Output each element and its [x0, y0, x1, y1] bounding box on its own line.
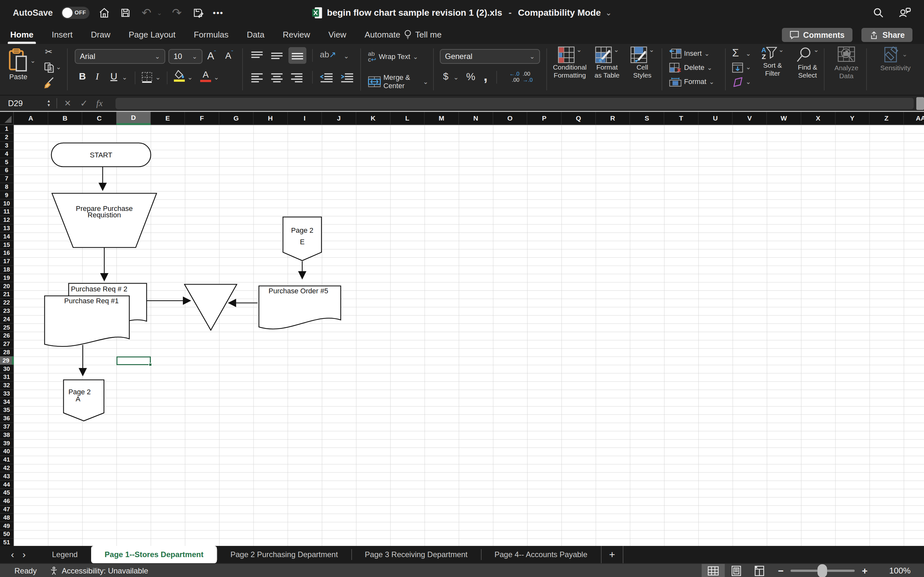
- align-left-icon[interactable]: [250, 71, 263, 83]
- format-cells-button[interactable]: Format ⌄: [669, 77, 714, 87]
- analyze-data-button[interactable]: AnalyzeData: [830, 44, 863, 95]
- column-header-E[interactable]: E: [151, 112, 185, 125]
- row-header-6[interactable]: 6: [0, 166, 14, 175]
- more-commands-icon[interactable]: •••: [213, 8, 223, 18]
- column-header-Z[interactable]: Z: [869, 112, 904, 125]
- format-as-table-button[interactable]: ⌄ Formatas Table: [590, 47, 624, 79]
- name-box-spinner[interactable]: ▲▼: [45, 97, 53, 107]
- borders-chevron-icon[interactable]: ⌄: [155, 74, 161, 81]
- fill-handle[interactable]: [149, 363, 152, 366]
- formula-input[interactable]: [115, 98, 914, 109]
- fill-color-chevron-icon[interactable]: ⌄: [187, 74, 193, 81]
- zoom-in-button[interactable]: +: [855, 566, 875, 576]
- row-header-48[interactable]: 48: [0, 514, 14, 522]
- increase-indent-icon[interactable]: [341, 71, 354, 83]
- column-header-S[interactable]: S: [630, 112, 664, 125]
- ribbon-tab-draw[interactable]: Draw: [90, 29, 111, 41]
- row-header-33[interactable]: 33: [0, 390, 14, 398]
- row-header-10[interactable]: 10: [0, 199, 14, 208]
- row-header-38[interactable]: 38: [0, 431, 14, 439]
- row-header-32[interactable]: 32: [0, 382, 14, 390]
- row-header-31[interactable]: 31: [0, 373, 14, 382]
- column-header-M[interactable]: M: [425, 112, 459, 125]
- clear-icon[interactable]: [732, 77, 744, 87]
- column-header-X[interactable]: X: [801, 112, 835, 125]
- sheet-tab-page-2-purchasing-department[interactable]: Page 2 Purchasing Department: [217, 546, 351, 563]
- row-header-42[interactable]: 42: [0, 464, 14, 472]
- font-name-select[interactable]: Arial ⌄: [75, 49, 165, 64]
- fill-color-icon[interactable]: [174, 69, 186, 82]
- row-header-23[interactable]: 23: [0, 307, 14, 316]
- row-header-30[interactable]: 30: [0, 365, 14, 373]
- autosave-toggle[interactable]: OFF: [61, 7, 89, 19]
- normal-view-button[interactable]: [702, 564, 725, 577]
- bold-icon[interactable]: B: [79, 71, 86, 82]
- underline-chevron-icon[interactable]: ⌄: [122, 74, 128, 81]
- cell-styles-button[interactable]: ⌄ CellStyles: [627, 47, 658, 79]
- row-header-47[interactable]: 47: [0, 506, 14, 514]
- name-box[interactable]: D29: [8, 95, 23, 111]
- row-header-40[interactable]: 40: [0, 448, 14, 456]
- column-header-H[interactable]: H: [254, 112, 288, 125]
- column-header-L[interactable]: L: [391, 112, 425, 125]
- conditional-formatting-button[interactable]: ⌄ ConditionalFormatting: [551, 47, 588, 79]
- orientation-chevron-icon[interactable]: ⌄: [344, 53, 349, 59]
- sheet-tab-page-3-receiving-department[interactable]: Page 3 Receiving Department: [351, 546, 481, 563]
- row-header-16[interactable]: 16: [0, 249, 14, 258]
- column-header-B[interactable]: B: [48, 112, 82, 125]
- percent-icon[interactable]: %: [466, 71, 475, 83]
- row-header-19[interactable]: 19: [0, 274, 14, 282]
- home-icon[interactable]: [98, 6, 111, 19]
- row-header-50[interactable]: 50: [0, 530, 14, 538]
- row-header-1[interactable]: 1: [0, 125, 14, 133]
- column-header-O[interactable]: O: [493, 112, 527, 125]
- row-header-3[interactable]: 3: [0, 142, 14, 150]
- currency-chevron-icon[interactable]: ⌄: [453, 74, 459, 81]
- ribbon-tab-home[interactable]: Home: [10, 29, 34, 41]
- row-header-7[interactable]: 7: [0, 175, 14, 183]
- insert-function-icon[interactable]: fx: [96, 95, 103, 111]
- row-header-41[interactable]: 41: [0, 456, 14, 464]
- underline-icon[interactable]: U: [110, 71, 118, 82]
- copy-icon[interactable]: [44, 63, 54, 73]
- cut-icon[interactable]: ✂: [45, 47, 52, 57]
- add-sheet-button[interactable]: +: [601, 546, 624, 563]
- decrease-decimal-icon[interactable]: ←.0.00: [503, 71, 519, 83]
- row-header-15[interactable]: 15: [0, 241, 14, 249]
- row-header-51[interactable]: 51: [0, 538, 14, 546]
- sensitivity-button[interactable]: ⌄ Sensitivity: [871, 44, 919, 95]
- column-header-F[interactable]: F: [185, 112, 219, 125]
- formula-bar-expand[interactable]: [916, 97, 924, 110]
- font-color-chevron-icon[interactable]: ⌄: [214, 74, 219, 81]
- select-all-corner[interactable]: [0, 112, 14, 125]
- ribbon-tab-insert[interactable]: Insert: [51, 29, 73, 41]
- align-middle-icon[interactable]: [270, 50, 283, 61]
- insert-cells-button[interactable]: Insert ⌄: [669, 48, 710, 59]
- row-header-4[interactable]: 4: [0, 150, 14, 158]
- grid-area[interactable]: START Prepare Purchase Requistion Purcha…: [14, 125, 924, 546]
- format-painter-icon[interactable]: [43, 77, 55, 89]
- decrease-indent-icon[interactable]: [320, 71, 333, 83]
- align-right-icon[interactable]: [290, 71, 303, 83]
- copy-chevron-icon[interactable]: ⌄: [56, 64, 61, 70]
- ribbon-tab-automate[interactable]: Automate: [364, 29, 401, 41]
- zoom-out-button[interactable]: −: [771, 566, 791, 576]
- sheet-nav-right-icon[interactable]: ›: [23, 549, 26, 560]
- zoom-slider-thumb[interactable]: [817, 564, 827, 577]
- row-header-25[interactable]: 25: [0, 324, 14, 332]
- row-header-24[interactable]: 24: [0, 315, 14, 324]
- wrap-text-button[interactable]: abc↩ Wrap Text ⌄: [368, 51, 418, 63]
- row-header-9[interactable]: 9: [0, 191, 14, 199]
- increase-font-icon[interactable]: Aˆ: [207, 50, 216, 62]
- ribbon-tab-data[interactable]: Data: [246, 29, 265, 41]
- column-header-C[interactable]: C: [82, 112, 116, 125]
- sheet-tab-page-4-accounts-payable[interactable]: Page 4-- Accounts Payable: [481, 546, 601, 563]
- italic-icon[interactable]: I: [95, 71, 99, 82]
- ribbon-tab-page-layout[interactable]: Page Layout: [128, 29, 176, 41]
- row-header-35[interactable]: 35: [0, 406, 14, 414]
- title-chevron-icon[interactable]: ⌄: [606, 8, 612, 17]
- column-header-U[interactable]: U: [698, 112, 733, 125]
- page-break-view-button[interactable]: [748, 564, 771, 577]
- row-header-27[interactable]: 27: [0, 340, 14, 348]
- accessibility-status[interactable]: Accessibility: Unavailable: [49, 566, 148, 575]
